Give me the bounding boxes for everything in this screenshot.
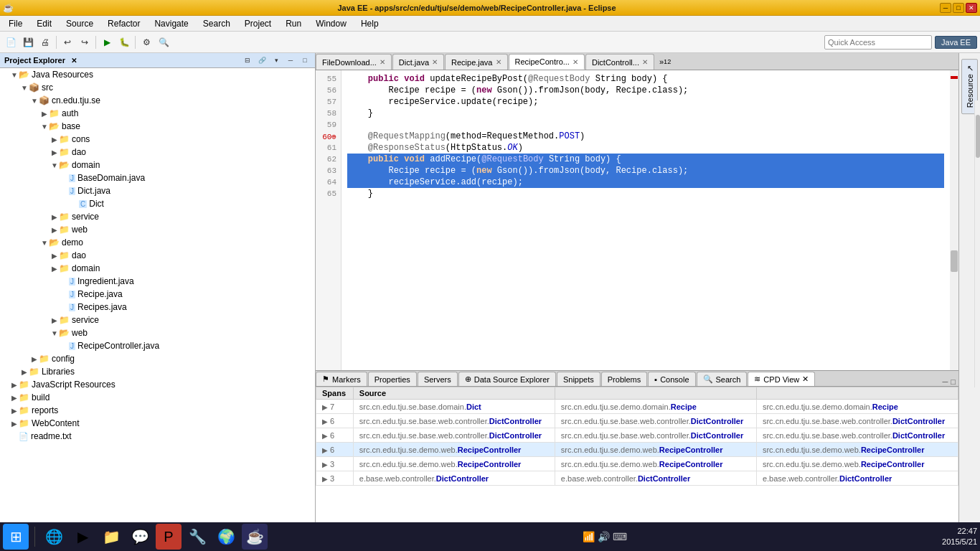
close-button[interactable]: ✕ bbox=[966, 3, 977, 13]
tree-item-recipesjava[interactable]: JRecipes.java bbox=[0, 301, 315, 314]
tree-item-dictjava[interactable]: JDict.java bbox=[0, 184, 315, 197]
pe-maximize-button[interactable]: □ bbox=[299, 55, 311, 66]
tab-close-icon[interactable]: ✕ bbox=[432, 58, 438, 66]
tab-recipe-controller[interactable]: RecipeContro... ✕ bbox=[509, 54, 585, 70]
pe-menu-button[interactable]: ▾ bbox=[270, 55, 282, 66]
build-button[interactable]: ⚙ bbox=[138, 34, 154, 50]
eclipse-button[interactable]: ☕ bbox=[242, 524, 268, 550]
tab-problems[interactable]: Problems bbox=[601, 372, 647, 386]
tree-item-reports[interactable]: 📁reports bbox=[0, 404, 315, 417]
tab-recipe-java[interactable]: Recipe.java ✕ bbox=[445, 54, 507, 70]
tab-markers[interactable]: ⚑ Markers bbox=[316, 372, 367, 386]
cpd-tab-close-icon[interactable]: ✕ bbox=[802, 375, 809, 384]
new-button[interactable]: 📄 bbox=[3, 34, 19, 50]
expand-arrow-icon[interactable]: ▶ bbox=[322, 403, 328, 411]
save-button[interactable]: 💾 bbox=[20, 34, 36, 50]
tree-item-cn-edu-tju[interactable]: 📦cn.edu.tju.se bbox=[0, 94, 315, 107]
menu-navigate[interactable]: Navigate bbox=[149, 17, 194, 30]
table-row[interactable]: ▶ 3e.base.web.controller.DictControllere… bbox=[316, 471, 958, 486]
maximize-button[interactable]: □ bbox=[953, 3, 964, 13]
tree-item-dao2[interactable]: 📁dao bbox=[0, 249, 315, 262]
menu-search[interactable]: Search bbox=[197, 17, 236, 30]
minimize-button[interactable]: ─ bbox=[940, 3, 951, 13]
tab-close-icon[interactable]: ✕ bbox=[496, 58, 501, 66]
table-row[interactable]: ▶ 3src.cn.edu.tju.se.demo.web.RecipeCont… bbox=[316, 457, 958, 471]
editor-vscrollbar[interactable] bbox=[950, 70, 958, 370]
expand-arrow-icon[interactable]: ▶ bbox=[322, 475, 328, 483]
chrome-button[interactable]: 🌐 bbox=[41, 524, 67, 550]
tools-button[interactable]: 🔧 bbox=[184, 524, 210, 550]
tab-servers[interactable]: Servers bbox=[418, 372, 458, 386]
cpd-expand[interactable]: ▶ 7 bbox=[316, 400, 354, 414]
table-row[interactable]: ▶ 6src.cn.edu.tju.se.base.web.controller… bbox=[316, 414, 958, 428]
redo-button[interactable]: ↪ bbox=[77, 34, 93, 50]
tree-item-src[interactable]: 📦src bbox=[0, 81, 315, 94]
tab-overflow[interactable]: »12 bbox=[655, 54, 675, 70]
tree-item-service[interactable]: 📁service bbox=[0, 210, 315, 223]
tab-search[interactable]: 🔍 Search bbox=[697, 372, 748, 386]
tab-properties[interactable]: Properties bbox=[368, 372, 417, 386]
tree-item-domain[interactable]: 📂domain bbox=[0, 159, 315, 171]
cpd-expand[interactable]: ▶ 3 bbox=[316, 471, 354, 486]
menu-source[interactable]: Source bbox=[60, 17, 99, 30]
tree-item-recipejava[interactable]: JRecipe.java bbox=[0, 288, 315, 301]
tree-item-dict[interactable]: CDict bbox=[0, 197, 315, 210]
menu-window[interactable]: Window bbox=[310, 17, 352, 30]
tree-item-cons[interactable]: 📁cons bbox=[0, 133, 315, 146]
table-row[interactable]: ▶ 6src.cn.edu.tju.se.base.web.controller… bbox=[316, 428, 958, 443]
cpd-expand[interactable]: ▶ 6 bbox=[316, 414, 354, 428]
menu-edit[interactable]: Edit bbox=[31, 17, 57, 30]
pe-collapse-button[interactable]: ⊟ bbox=[242, 55, 253, 66]
tree-item-dao[interactable]: 📁dao bbox=[0, 146, 315, 159]
tab-close-icon[interactable]: ✕ bbox=[380, 58, 385, 66]
undo-button[interactable]: ↩ bbox=[60, 34, 75, 50]
print-button[interactable]: 🖨 bbox=[37, 34, 53, 50]
table-row[interactable]: ▶ 6src.cn.edu.tju.se.demo.web.RecipeCont… bbox=[316, 443, 958, 457]
tree-item-webcontent[interactable]: 📁WebContent bbox=[0, 417, 315, 430]
tree-item-basedomain[interactable]: JBaseDomain.java bbox=[0, 171, 315, 184]
menu-file[interactable]: File bbox=[3, 17, 28, 30]
tree-item-ingredient[interactable]: JIngredient.java bbox=[0, 275, 315, 288]
tree-item-service2[interactable]: 📁service bbox=[0, 314, 315, 326]
tab-close-icon[interactable]: ✕ bbox=[573, 58, 578, 66]
menu-help[interactable]: Help bbox=[355, 17, 385, 30]
cpd-expand[interactable]: ▶ 6 bbox=[316, 428, 354, 443]
run-button[interactable]: ▶ bbox=[99, 34, 115, 50]
tab-cpd-view[interactable]: ≋ CPD View ✕ bbox=[748, 372, 815, 386]
menu-run[interactable]: Run bbox=[280, 17, 307, 30]
tree-item-build[interactable]: 📁build bbox=[0, 391, 315, 404]
tree-item-web[interactable]: 📁web bbox=[0, 223, 315, 236]
cpd-expand[interactable]: ▶ 6 bbox=[316, 443, 354, 457]
search-toolbar-button[interactable]: 🔍 bbox=[156, 34, 171, 50]
code-content[interactable]: public void updateRecipeByPost(@RequestB… bbox=[341, 70, 950, 370]
browser2-button[interactable]: 🌍 bbox=[213, 524, 239, 550]
ppt-button[interactable]: P bbox=[156, 524, 182, 550]
tree-item-config[interactable]: 📁config bbox=[0, 352, 315, 365]
tab-dict-controller[interactable]: DictControll... ✕ bbox=[585, 54, 654, 70]
tab-snippets[interactable]: Snippets bbox=[557, 372, 600, 386]
tree-item-readmetxt[interactable]: 📄readme.txt bbox=[0, 430, 315, 443]
media-button[interactable]: ▶ bbox=[70, 524, 95, 550]
bottom-minimize-btn[interactable]: ─ bbox=[943, 377, 948, 386]
tree-item-libraries[interactable]: 📁Libraries bbox=[0, 365, 315, 378]
explorer-button[interactable]: 📁 bbox=[98, 524, 124, 550]
expand-arrow-icon[interactable]: ▶ bbox=[322, 418, 328, 425]
tab-dict-java[interactable]: Dict.java ✕ bbox=[392, 54, 444, 70]
pe-close-icon[interactable]: ✕ bbox=[71, 57, 77, 65]
debug-button[interactable]: 🐛 bbox=[116, 34, 132, 50]
bottom-maximize-btn[interactable]: □ bbox=[951, 377, 956, 386]
messaging-button[interactable]: 💬 bbox=[127, 524, 153, 550]
start-button[interactable]: ⊞ bbox=[3, 524, 29, 550]
tab-console[interactable]: ▪ Console bbox=[648, 372, 695, 386]
pe-minimize-button[interactable]: ─ bbox=[285, 55, 296, 66]
expand-arrow-icon[interactable]: ▶ bbox=[322, 446, 328, 454]
tree-item-web2[interactable]: 📂web bbox=[0, 326, 315, 339]
quick-access-input[interactable] bbox=[824, 35, 932, 50]
tree-item-jsresources[interactable]: 📁JavaScript Resources bbox=[0, 378, 315, 391]
tree-item-java-resources[interactable]: 📂Java Resources bbox=[0, 68, 315, 81]
tab-filedownload[interactable]: FileDownload... ✕ bbox=[316, 54, 392, 70]
pe-link-button[interactable]: 🔗 bbox=[256, 55, 268, 66]
cpd-expand[interactable]: ▶ 3 bbox=[316, 457, 354, 471]
menu-refactor[interactable]: Refactor bbox=[102, 17, 146, 30]
tab-data-source[interactable]: ⊕ Data Source Explorer bbox=[458, 372, 556, 386]
